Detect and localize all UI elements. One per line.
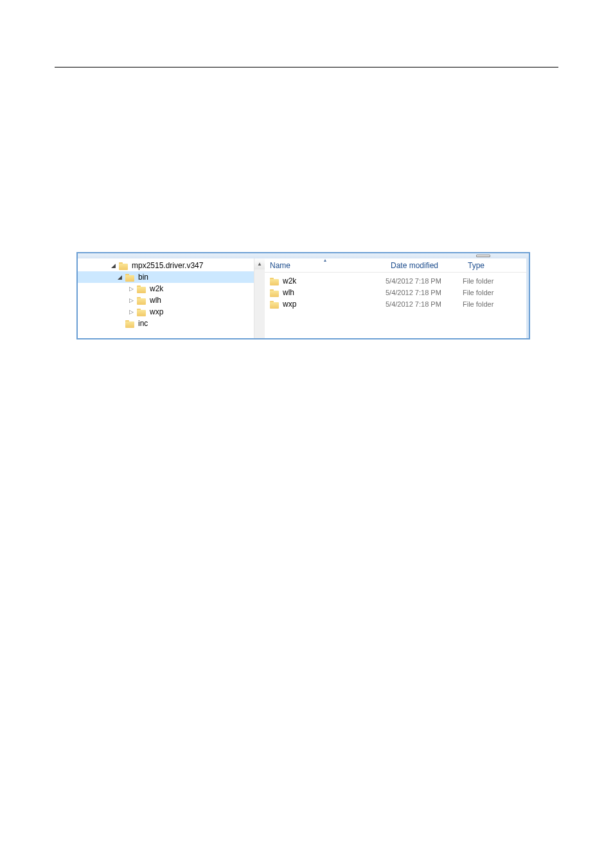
column-label: Date modified [391, 261, 438, 270]
tree-scrollbar[interactable]: ▲ [254, 258, 265, 338]
folder-icon [137, 284, 147, 293]
tree-item-inc[interactable]: ▷ inc [78, 318, 254, 329]
tree-item-label: mpx2515.driver.v347 [132, 261, 203, 270]
sort-ascending-icon: ▲ [323, 258, 328, 262]
folder-icon [137, 296, 147, 305]
column-header-name[interactable]: ▲ Name [265, 258, 386, 272]
scroll-up-button[interactable]: ▲ [254, 258, 265, 269]
column-header-date[interactable]: Date modified [386, 258, 463, 272]
tree-item-label: bin [138, 273, 148, 282]
right-scrollbar-fragment[interactable] [526, 258, 529, 338]
tree-collapse-icon[interactable]: ▷ [128, 309, 135, 316]
file-name-cell: wxp [265, 300, 386, 309]
tree-collapse-icon[interactable]: ▷ [128, 297, 135, 304]
folder-icon [270, 288, 280, 297]
tree-item-label: inc [138, 319, 148, 328]
tree-item-label: wlh [150, 296, 161, 305]
tree-item-wlh[interactable]: ▷ wlh [78, 294, 254, 306]
tree-item-label: wxp [150, 307, 163, 316]
file-type: File folder [463, 289, 526, 296]
folder-icon [270, 276, 280, 285]
folder-icon [137, 307, 147, 316]
file-list: w2k 5/4/2012 7:18 PM File folder wlh 5/4… [265, 273, 526, 310]
tree-collapse-icon[interactable]: ▷ [128, 285, 135, 293]
column-label: Type [468, 261, 484, 270]
file-type: File folder [463, 277, 526, 285]
folder-icon [270, 300, 280, 309]
explorer-content: ◢ mpx2515.driver.v347 ◢ bin ▷ w2k [78, 258, 529, 338]
file-list-header: ▲ Name Date modified Type [265, 258, 526, 273]
tree-item-wxp[interactable]: ▷ wxp [78, 306, 254, 318]
tree-item-root[interactable]: ◢ mpx2515.driver.v347 [78, 260, 254, 271]
file-row[interactable]: w2k 5/4/2012 7:18 PM File folder [265, 275, 526, 287]
file-list-panel: ▲ Name Date modified Type w2k [265, 258, 526, 338]
file-name: wlh [283, 288, 294, 297]
tree-item-bin[interactable]: ◢ bin [78, 271, 254, 283]
file-explorer-window: ◢ mpx2515.driver.v347 ◢ bin ▷ w2k [76, 252, 530, 339]
file-type: File folder [463, 300, 526, 308]
tree-item-label: w2k [150, 284, 163, 293]
file-row[interactable]: wxp 5/4/2012 7:18 PM File folder [265, 298, 526, 310]
minimize-button-fragment[interactable] [476, 255, 490, 257]
file-name: w2k [283, 276, 296, 285]
window-titlebar-fragment [78, 253, 529, 258]
file-row[interactable]: wlh 5/4/2012 7:18 PM File folder [265, 287, 526, 298]
folder-tree: ◢ mpx2515.driver.v347 ◢ bin ▷ w2k [78, 258, 254, 329]
column-header-type[interactable]: Type [463, 258, 526, 272]
folder-tree-panel: ◢ mpx2515.driver.v347 ◢ bin ▷ w2k [78, 258, 254, 338]
tree-item-w2k[interactable]: ▷ w2k [78, 283, 254, 294]
file-name-cell: wlh [265, 288, 386, 297]
tree-expand-icon[interactable]: ◢ [116, 274, 123, 281]
file-name: wxp [283, 300, 296, 309]
folder-icon [125, 319, 136, 328]
file-date: 5/4/2012 7:18 PM [386, 289, 463, 296]
folder-icon [119, 261, 129, 270]
page-header-divider [55, 67, 558, 68]
tree-expand-icon[interactable]: ◢ [110, 262, 117, 269]
folder-icon [125, 273, 136, 282]
file-date: 5/4/2012 7:18 PM [386, 277, 463, 285]
column-label: Name [270, 261, 290, 270]
file-name-cell: w2k [265, 276, 386, 285]
file-date: 5/4/2012 7:18 PM [386, 300, 463, 308]
